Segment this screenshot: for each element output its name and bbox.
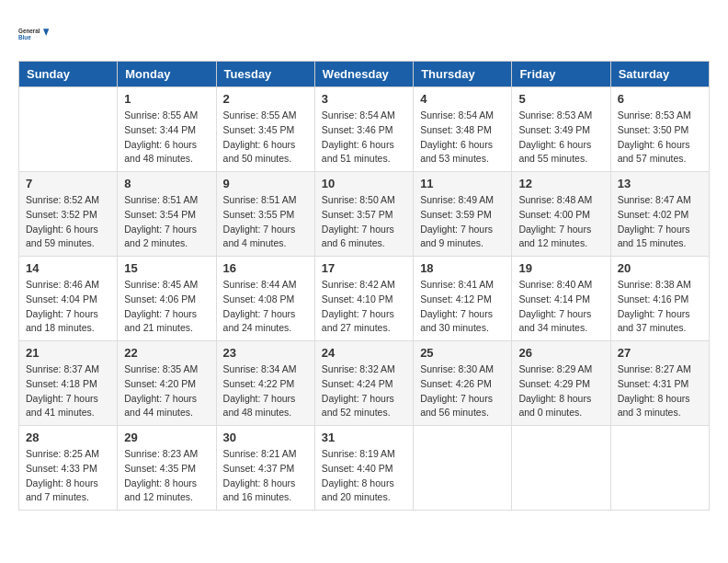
calendar-cell: 15Sunrise: 8:45 AMSunset: 4:06 PMDayligh… bbox=[118, 257, 216, 341]
day-info: Sunrise: 8:53 AMSunset: 3:50 PMDaylight:… bbox=[618, 109, 702, 167]
calendar-cell: 17Sunrise: 8:42 AMSunset: 4:10 PMDayligh… bbox=[314, 257, 413, 341]
day-number: 22 bbox=[124, 346, 209, 360]
calendar-cell bbox=[19, 87, 118, 172]
weekday-header-tuesday: Tuesday bbox=[216, 62, 314, 87]
day-number: 27 bbox=[618, 346, 702, 360]
calendar-cell: 4Sunrise: 8:54 AMSunset: 3:48 PMDaylight… bbox=[414, 87, 512, 172]
day-number: 9 bbox=[223, 177, 308, 190]
calendar-cell: 10Sunrise: 8:50 AMSunset: 3:57 PMDayligh… bbox=[314, 172, 413, 257]
logo: GeneralBlue bbox=[18, 18, 51, 52]
day-number: 3 bbox=[322, 92, 406, 106]
day-number: 23 bbox=[223, 346, 308, 360]
calendar-cell: 30Sunrise: 8:21 AMSunset: 4:37 PMDayligh… bbox=[216, 426, 314, 511]
calendar-week-row: 28Sunrise: 8:25 AMSunset: 4:33 PMDayligh… bbox=[19, 426, 710, 511]
day-number: 1 bbox=[124, 92, 209, 106]
svg-marker-2 bbox=[43, 29, 49, 36]
calendar-table: SundayMondayTuesdayWednesdayThursdayFrid… bbox=[18, 61, 710, 511]
day-number: 28 bbox=[26, 431, 110, 444]
svg-text:General: General bbox=[18, 28, 40, 34]
weekday-header-monday: Monday bbox=[118, 62, 216, 87]
day-info: Sunrise: 8:54 AMSunset: 3:46 PMDaylight:… bbox=[322, 109, 406, 167]
day-number: 26 bbox=[518, 346, 603, 360]
day-info: Sunrise: 8:40 AMSunset: 4:14 PMDaylight:… bbox=[518, 278, 603, 336]
day-info: Sunrise: 8:50 AMSunset: 3:57 PMDaylight:… bbox=[322, 193, 406, 251]
calendar-cell: 12Sunrise: 8:48 AMSunset: 4:00 PMDayligh… bbox=[512, 172, 610, 257]
calendar-cell: 26Sunrise: 8:29 AMSunset: 4:29 PMDayligh… bbox=[512, 341, 610, 426]
calendar-cell: 18Sunrise: 8:41 AMSunset: 4:12 PMDayligh… bbox=[414, 257, 512, 341]
calendar-cell: 25Sunrise: 8:30 AMSunset: 4:26 PMDayligh… bbox=[414, 341, 512, 426]
day-number: 21 bbox=[26, 346, 110, 360]
calendar-cell: 20Sunrise: 8:38 AMSunset: 4:16 PMDayligh… bbox=[610, 257, 709, 341]
day-info: Sunrise: 8:25 AMSunset: 4:33 PMDaylight:… bbox=[26, 447, 110, 505]
calendar-cell bbox=[610, 426, 709, 511]
svg-text:Blue: Blue bbox=[18, 34, 31, 40]
day-number: 7 bbox=[26, 177, 110, 190]
day-info: Sunrise: 8:37 AMSunset: 4:18 PMDaylight:… bbox=[26, 362, 110, 420]
day-info: Sunrise: 8:29 AMSunset: 4:29 PMDaylight:… bbox=[518, 362, 603, 420]
day-info: Sunrise: 8:53 AMSunset: 3:49 PMDaylight:… bbox=[518, 109, 603, 167]
day-info: Sunrise: 8:55 AMSunset: 3:45 PMDaylight:… bbox=[223, 109, 308, 167]
day-number: 30 bbox=[223, 431, 308, 444]
day-info: Sunrise: 8:52 AMSunset: 3:52 PMDaylight:… bbox=[26, 193, 110, 251]
calendar-cell: 19Sunrise: 8:40 AMSunset: 4:14 PMDayligh… bbox=[512, 257, 610, 341]
day-info: Sunrise: 8:55 AMSunset: 3:44 PMDaylight:… bbox=[124, 109, 209, 167]
weekday-header-sunday: Sunday bbox=[19, 62, 118, 87]
day-info: Sunrise: 8:23 AMSunset: 4:35 PMDaylight:… bbox=[124, 447, 209, 505]
day-number: 15 bbox=[124, 261, 209, 275]
day-info: Sunrise: 8:51 AMSunset: 3:55 PMDaylight:… bbox=[223, 193, 308, 251]
day-number: 13 bbox=[618, 177, 702, 190]
day-number: 20 bbox=[618, 261, 702, 275]
day-info: Sunrise: 8:41 AMSunset: 4:12 PMDaylight:… bbox=[420, 278, 505, 336]
calendar-body: 1Sunrise: 8:55 AMSunset: 3:44 PMDaylight… bbox=[19, 87, 710, 511]
calendar-header-row: SundayMondayTuesdayWednesdayThursdayFrid… bbox=[19, 62, 710, 87]
calendar-cell: 11Sunrise: 8:49 AMSunset: 3:59 PMDayligh… bbox=[414, 172, 512, 257]
calendar-cell: 6Sunrise: 8:53 AMSunset: 3:50 PMDaylight… bbox=[610, 87, 709, 172]
day-info: Sunrise: 8:27 AMSunset: 4:31 PMDaylight:… bbox=[618, 362, 702, 420]
day-info: Sunrise: 8:47 AMSunset: 4:02 PMDaylight:… bbox=[618, 193, 702, 251]
calendar-cell: 16Sunrise: 8:44 AMSunset: 4:08 PMDayligh… bbox=[216, 257, 314, 341]
day-info: Sunrise: 8:21 AMSunset: 4:37 PMDaylight:… bbox=[223, 447, 308, 505]
day-info: Sunrise: 8:46 AMSunset: 4:04 PMDaylight:… bbox=[26, 278, 110, 336]
calendar-cell: 27Sunrise: 8:27 AMSunset: 4:31 PMDayligh… bbox=[610, 341, 709, 426]
day-number: 31 bbox=[322, 431, 406, 444]
day-number: 11 bbox=[420, 177, 505, 190]
day-number: 25 bbox=[420, 346, 505, 360]
day-number: 14 bbox=[26, 261, 110, 275]
weekday-header-wednesday: Wednesday bbox=[314, 62, 413, 87]
calendar-cell: 28Sunrise: 8:25 AMSunset: 4:33 PMDayligh… bbox=[19, 426, 118, 511]
day-number: 17 bbox=[322, 261, 406, 275]
weekday-header-friday: Friday bbox=[512, 62, 610, 87]
calendar-cell bbox=[512, 426, 610, 511]
day-number: 12 bbox=[518, 177, 603, 190]
day-number: 6 bbox=[618, 92, 702, 106]
calendar-cell: 31Sunrise: 8:19 AMSunset: 4:40 PMDayligh… bbox=[314, 426, 413, 511]
day-info: Sunrise: 8:19 AMSunset: 4:40 PMDaylight:… bbox=[322, 447, 406, 505]
calendar-cell: 3Sunrise: 8:54 AMSunset: 3:46 PMDaylight… bbox=[314, 87, 413, 172]
day-info: Sunrise: 8:38 AMSunset: 4:16 PMDaylight:… bbox=[618, 278, 702, 336]
day-info: Sunrise: 8:45 AMSunset: 4:06 PMDaylight:… bbox=[124, 278, 209, 336]
day-info: Sunrise: 8:48 AMSunset: 4:00 PMDaylight:… bbox=[518, 193, 603, 251]
logo-icon: GeneralBlue bbox=[18, 18, 51, 52]
calendar-cell: 8Sunrise: 8:51 AMSunset: 3:54 PMDaylight… bbox=[118, 172, 216, 257]
day-number: 10 bbox=[322, 177, 406, 190]
calendar-week-row: 1Sunrise: 8:55 AMSunset: 3:44 PMDaylight… bbox=[19, 87, 710, 172]
calendar-cell: 23Sunrise: 8:34 AMSunset: 4:22 PMDayligh… bbox=[216, 341, 314, 426]
day-number: 2 bbox=[223, 92, 308, 106]
day-number: 19 bbox=[518, 261, 603, 275]
day-info: Sunrise: 8:49 AMSunset: 3:59 PMDaylight:… bbox=[420, 193, 505, 251]
day-info: Sunrise: 8:54 AMSunset: 3:48 PMDaylight:… bbox=[420, 109, 505, 167]
day-info: Sunrise: 8:34 AMSunset: 4:22 PMDaylight:… bbox=[223, 362, 308, 420]
day-info: Sunrise: 8:30 AMSunset: 4:26 PMDaylight:… bbox=[420, 362, 505, 420]
day-number: 29 bbox=[124, 431, 209, 444]
calendar-cell: 21Sunrise: 8:37 AMSunset: 4:18 PMDayligh… bbox=[19, 341, 118, 426]
day-info: Sunrise: 8:32 AMSunset: 4:24 PMDaylight:… bbox=[322, 362, 406, 420]
day-number: 4 bbox=[420, 92, 505, 106]
calendar-cell: 1Sunrise: 8:55 AMSunset: 3:44 PMDaylight… bbox=[118, 87, 216, 172]
calendar-cell: 7Sunrise: 8:52 AMSunset: 3:52 PMDaylight… bbox=[19, 172, 118, 257]
day-number: 8 bbox=[124, 177, 209, 190]
calendar-cell: 29Sunrise: 8:23 AMSunset: 4:35 PMDayligh… bbox=[118, 426, 216, 511]
calendar-cell bbox=[414, 426, 512, 511]
day-number: 24 bbox=[322, 346, 406, 360]
calendar-cell: 22Sunrise: 8:35 AMSunset: 4:20 PMDayligh… bbox=[118, 341, 216, 426]
page-header: GeneralBlue bbox=[18, 18, 710, 52]
